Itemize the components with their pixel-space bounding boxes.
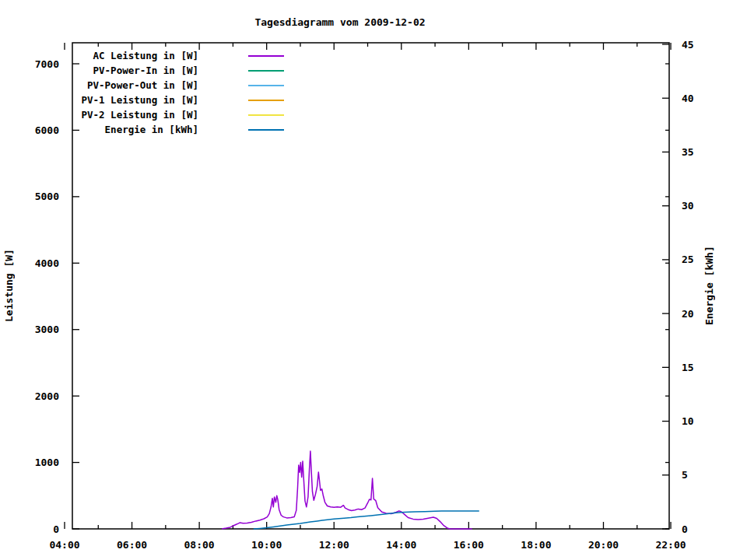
legend-label: Energie in [kWh] — [72, 124, 198, 135]
legend-color-line — [248, 100, 284, 101]
y2-tick-label: 25 — [682, 254, 694, 265]
x-tick-label: 12:00 — [319, 539, 349, 551]
legend-color-line — [248, 129, 284, 131]
y2-tick-label: 35 — [682, 146, 694, 158]
x-tick-label: 20:00 — [588, 539, 619, 551]
legend-color-line — [248, 70, 284, 72]
y1-tick-label: 7000 — [35, 58, 59, 70]
y2-tick-label: 0 — [682, 523, 688, 535]
legend-label: PV-1 Leistung in [W] — [72, 94, 198, 106]
legend-item-4: PV-2 Leistung in [W] — [72, 107, 284, 122]
legend: AC Leistung in [W]PV-Power-In in [W]PV-P… — [72, 48, 284, 137]
y2-tick-label: 30 — [682, 200, 694, 212]
y1-tick-label: 5000 — [35, 191, 59, 202]
legend-item-5: Energie in [kWh] — [72, 122, 284, 137]
chart-screen: Tagesdiagramm vom 2009-12-02 Leistung [W… — [0, 0, 747, 560]
legend-label: AC Leistung in [W] — [72, 50, 198, 61]
legend-color-line — [248, 55, 284, 57]
y2-tick-label: 5 — [682, 469, 688, 481]
x-tick-label: 08:00 — [184, 539, 215, 551]
x-tick-label: 04:00 — [49, 539, 79, 551]
legend-label: PV-Power-In in [W] — [72, 65, 198, 76]
y2-tick-label: 40 — [682, 93, 694, 104]
legend-color-line — [248, 114, 284, 116]
x-tick-label: 10:00 — [251, 539, 282, 551]
legend-item-2: PV-Power-Out in [W] — [72, 78, 284, 93]
x-tick-label: 18:00 — [521, 539, 551, 551]
y1-tick-label: 1000 — [35, 457, 59, 468]
legend-item-3: PV-1 Leistung in [W] — [72, 93, 284, 107]
y2-tick-label: 20 — [682, 308, 694, 320]
y1-tick-label: 6000 — [35, 124, 59, 136]
legend-item-1: PV-Power-In in [W] — [72, 63, 284, 78]
legend-color-line — [248, 85, 284, 86]
y2-tick-label: 15 — [682, 362, 694, 373]
y1-tick-label: 4000 — [35, 257, 59, 269]
legend-label: PV-2 Leistung in [W] — [72, 109, 198, 121]
series-line-0 — [222, 451, 472, 529]
y2-tick-label: 10 — [682, 415, 694, 427]
legend-item-0: AC Leistung in [W] — [72, 48, 284, 63]
y1-tick-label: 0 — [53, 523, 59, 535]
x-tick-label: 14:00 — [386, 539, 416, 551]
legend-label: PV-Power-Out in [W] — [72, 79, 198, 91]
y1-tick-label: 2000 — [35, 390, 59, 402]
x-tick-label: 22:00 — [655, 539, 686, 551]
x-tick-label: 06:00 — [117, 539, 147, 551]
y1-tick-label: 3000 — [35, 324, 59, 335]
y2-tick-label: 45 — [682, 39, 694, 51]
x-tick-label: 16:00 — [454, 539, 484, 551]
